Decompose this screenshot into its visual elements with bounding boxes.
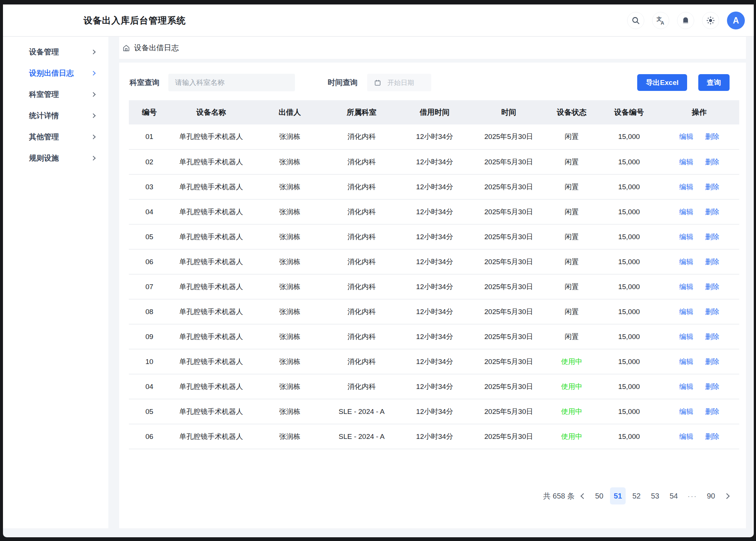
filter-bar: 科室查询 时间查询 开始日期 导出Excel 查询: [119, 63, 746, 100]
chevron-right-icon: [91, 113, 96, 118]
cell-lender: 张润栋: [252, 274, 327, 299]
table-row: 10 单孔腔镜手术机器人 张润栋 消化内科 12小时34分 2025年5月30日…: [129, 349, 739, 374]
pagination-page[interactable]: 50: [591, 487, 607, 504]
delete-link[interactable]: 删除: [705, 133, 719, 140]
table-row: 02 单孔腔镜手术机器人 张润栋 消化内科 12小时34分 2025年5月30日…: [129, 149, 739, 174]
theme-button[interactable]: [702, 12, 719, 29]
cell-id: 04: [129, 374, 170, 399]
pagination-page-active[interactable]: 51: [610, 487, 626, 504]
export-excel-button[interactable]: 导出Excel: [637, 74, 687, 91]
cell-device-name: 单孔腔镜手术机器人: [170, 349, 252, 374]
pagination-prev-icon[interactable]: [581, 493, 587, 499]
sidebar-item-statistics-detail[interactable]: 统计详情: [3, 105, 108, 126]
sidebar-item-rule-settings[interactable]: 规则设施: [3, 148, 108, 169]
notification-button[interactable]: [677, 12, 694, 29]
cell-lender: 张润栋: [252, 424, 327, 449]
search-button[interactable]: [627, 12, 644, 29]
delete-link[interactable]: 删除: [705, 358, 719, 366]
delete-link[interactable]: 删除: [705, 433, 719, 440]
cell-date: 2025年5月30日: [473, 299, 544, 324]
pagination-page[interactable]: 54: [666, 487, 682, 504]
start-date-picker[interactable]: 开始日期: [367, 74, 431, 91]
cell-device-code: 15,000: [599, 124, 659, 149]
sidebar-item-label: 科室管理: [29, 89, 59, 99]
edit-link[interactable]: 编辑: [679, 358, 693, 366]
cell-device-name: 单孔腔镜手术机器人: [170, 224, 252, 249]
cell-actions: 编辑 删除: [659, 149, 739, 174]
pagination-ellipsis[interactable]: ···: [684, 487, 700, 504]
cell-device-code: 15,000: [599, 324, 659, 349]
cell-device-name: 单孔腔镜手术机器人: [170, 199, 252, 224]
edit-link[interactable]: 编辑: [679, 283, 693, 291]
edit-link[interactable]: 编辑: [679, 408, 693, 415]
sidebar-item-device-lending-log[interactable]: 设别出借日志: [3, 63, 108, 84]
edit-link[interactable]: 编辑: [679, 233, 693, 241]
cell-duration: 12小时34分: [396, 399, 473, 424]
svg-text:A: A: [661, 20, 664, 25]
edit-link[interactable]: 编辑: [679, 333, 693, 341]
delete-link[interactable]: 删除: [705, 233, 719, 241]
delete-link[interactable]: 删除: [705, 308, 719, 316]
cell-lender: 张润栋: [252, 399, 327, 424]
delete-link[interactable]: 删除: [705, 208, 719, 216]
edit-link[interactable]: 编辑: [679, 308, 693, 316]
cell-lender: 张润栋: [252, 124, 327, 149]
column-header: 设备编号: [599, 100, 659, 124]
cell-device-name: 单孔腔镜手术机器人: [170, 399, 252, 424]
cell-actions: 编辑 删除: [659, 349, 739, 374]
dept-search-input[interactable]: [168, 74, 295, 91]
table-body: 01 单孔腔镜手术机器人 张润栋 消化内科 12小时34分 2025年5月30日…: [129, 124, 739, 449]
cell-device-name: 单孔腔镜手术机器人: [170, 374, 252, 399]
pagination-page[interactable]: 52: [629, 487, 644, 504]
edit-link[interactable]: 编辑: [679, 183, 693, 191]
delete-link[interactable]: 删除: [705, 283, 719, 291]
delete-link[interactable]: 删除: [705, 258, 719, 266]
edit-link[interactable]: 编辑: [679, 208, 693, 216]
column-header: 设备名称: [170, 100, 252, 124]
table-row: 09 单孔腔镜手术机器人 张润栋 消化内科 12小时34分 2025年5月30日…: [129, 324, 739, 349]
query-button[interactable]: 查询: [698, 74, 730, 91]
table-row: 06 单孔腔镜手术机器人 张润栋 SLE - 2024 - A 12小时34分 …: [129, 424, 739, 449]
header-actions: 文 A A: [627, 4, 745, 37]
pagination-page[interactable]: 90: [703, 487, 719, 504]
cell-id: 05: [129, 224, 170, 249]
cell-lender: 张润栋: [252, 199, 327, 224]
edit-link[interactable]: 编辑: [679, 383, 693, 390]
app-window: 设备出入库后台管理系统 文 A: [3, 4, 754, 537]
cell-device-code: 15,000: [599, 174, 659, 199]
pagination-page[interactable]: 53: [647, 487, 663, 504]
cell-lender: 张润栋: [252, 249, 327, 274]
cell-device-code: 15,000: [599, 149, 659, 174]
edit-link[interactable]: 编辑: [679, 158, 693, 166]
cell-device-name: 单孔腔镜手术机器人: [170, 324, 252, 349]
breadcrumb[interactable]: 设备出借日志: [122, 43, 179, 53]
user-avatar[interactable]: A: [727, 12, 745, 29]
cell-department: 消化内科: [327, 174, 396, 199]
cell-duration: 12小时34分: [396, 174, 473, 199]
delete-link[interactable]: 删除: [705, 408, 719, 415]
edit-link[interactable]: 编辑: [679, 133, 693, 140]
chevron-right-icon: [91, 156, 96, 161]
cell-lender: 张润栋: [252, 174, 327, 199]
delete-link[interactable]: 删除: [705, 183, 719, 191]
delete-link[interactable]: 删除: [705, 158, 719, 166]
column-header: 编号: [129, 100, 170, 124]
pagination-next-icon[interactable]: [724, 493, 730, 499]
cell-id: 06: [129, 424, 170, 449]
translate-button[interactable]: 文 A: [652, 12, 669, 29]
sidebar-item-department-management[interactable]: 科室管理: [3, 84, 108, 105]
cell-device-name: 单孔腔镜手术机器人: [170, 299, 252, 324]
app-title: 设备出入库后台管理系统: [83, 15, 186, 26]
cell-department: 消化内科: [327, 149, 396, 174]
edit-link[interactable]: 编辑: [679, 258, 693, 266]
table-row: 01 单孔腔镜手术机器人 张润栋 消化内科 12小时34分 2025年5月30日…: [129, 124, 739, 149]
delete-link[interactable]: 删除: [705, 383, 719, 390]
edit-link[interactable]: 编辑: [679, 433, 693, 440]
delete-link[interactable]: 删除: [705, 333, 719, 341]
theme-sun-icon: [706, 16, 715, 25]
chevron-right-icon: [91, 71, 96, 76]
cell-department: 消化内科: [327, 374, 396, 399]
sidebar-item-equipment-management[interactable]: 设备管理: [3, 41, 108, 63]
column-header: 借用时间: [396, 100, 473, 124]
sidebar-item-other-management[interactable]: 其他管理: [3, 126, 108, 148]
